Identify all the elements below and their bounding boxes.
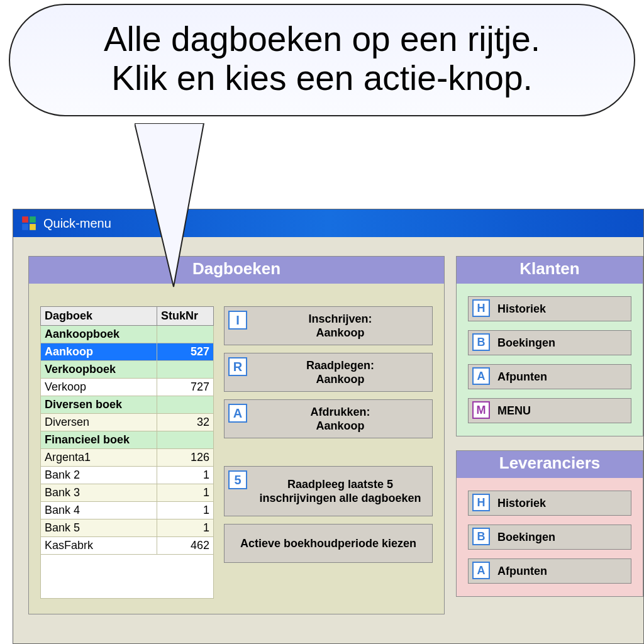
leveranciers-panel: Leveranciers H Historiek B Boekingen A A… [456,450,643,597]
table-row[interactable]: Diversen boek [41,396,214,414]
table-row[interactable]: KasFabrk462 [41,537,214,555]
dagboeken-actions: I Inschrijven: Aankoop R Raadplegen: Aan… [224,306,433,599]
klanten-boekingen-button[interactable]: B Boekingen [468,330,631,355]
table-row[interactable]: Financieel boek [41,431,214,449]
afdrukken-button[interactable]: A Afdrukken: Aankoop [224,399,433,438]
workspace: Dagboeken Dagboek StukNr Aankoopboek Aan… [13,237,643,614]
table-empty-space [40,555,214,599]
callout-bubble: Alle dagboeken op een rijtje. Klik en ki… [9,4,635,116]
key-chip: M [472,401,490,419]
klanten-historiek-button[interactable]: H Historiek [468,296,631,321]
window-title: Quick-menu [43,216,111,231]
key-chip: A [472,367,490,385]
action-label: Raadpleeg laatste 5 inschrijvingen alle … [252,477,428,506]
svg-rect-4 [30,224,36,230]
klanten-afpunten-button[interactable]: A Afpunten [468,364,631,389]
table-row[interactable]: Aankoopboek [41,326,214,343]
svg-rect-2 [30,216,36,223]
instruction-callout: Alle dagboeken op een rijtje. Klik en ki… [9,4,635,116]
spacer [224,446,433,458]
table-row[interactable]: Bank 51 [41,519,214,537]
dagboeken-panel: Dagboeken Dagboek StukNr Aankoopboek Aan… [28,256,445,614]
key-chip: B [472,333,490,351]
table-row[interactable]: Bank 41 [41,502,214,519]
klanten-menu-button[interactable]: M MENU [468,398,631,423]
dagboeken-table[interactable]: Dagboek StukNr Aankoopboek Aankoop527 Ve… [40,306,214,555]
lev-historiek-button[interactable]: H Historiek [468,491,631,516]
right-column: Klanten H Historiek B Boekingen A Afpunt… [456,256,643,614]
table-row[interactable]: Diversen32 [41,414,214,431]
leveranciers-body: H Historiek B Boekingen A Afpunten [457,478,643,596]
table-row[interactable]: Aankoop527 [41,343,214,361]
klanten-panel: Klanten H Historiek B Boekingen A Afpunt… [456,256,643,436]
laatste5-button[interactable]: 5 Raadpleeg laatste 5 inschrijvingen all… [224,466,433,516]
klanten-body: H Historiek B Boekingen A Afpunten M MEN… [457,284,643,436]
callout-line2: Klik en kies een actie-knop. [35,59,609,98]
btn-label: Historiek [497,303,546,316]
dagboeken-header: Dagboeken [29,257,444,284]
inschrijven-button[interactable]: I Inschrijven: Aankoop [224,306,433,345]
key-chip: B [472,528,490,545]
col-stuknr[interactable]: StukNr [157,307,214,326]
key-chip: H [472,299,490,317]
callout-tail-icon [135,123,223,299]
raadplegen-button[interactable]: R Raadplegen: Aankoop [224,353,433,392]
svg-rect-3 [22,224,28,230]
leveranciers-header: Leveranciers [457,451,643,478]
svg-rect-1 [22,216,28,223]
key-chip: I [228,311,247,330]
col-dagboek[interactable]: Dagboek [41,307,157,326]
action-label: Raadplegen: Aankoop [252,358,428,387]
callout-line1: Alle dagboeken op een rijtje. [35,20,609,59]
btn-label: Boekingen [497,336,555,350]
table-row[interactable]: Verkoop727 [41,379,214,396]
app-icon [21,215,37,231]
key-chip: R [228,357,247,376]
dagboeken-table-wrap: Dagboek StukNr Aankoopboek Aankoop527 Ve… [40,306,214,599]
action-label: Actieve boekhoudperiode kiezen [228,536,428,551]
action-label: Inschrijven: Aankoop [252,312,428,340]
lev-boekingen-button[interactable]: B Boekingen [468,525,631,550]
btn-label: Boekingen [497,531,555,544]
action-label: Afdrukken: Aankoop [252,405,428,433]
btn-label: Afpunten [497,565,547,578]
btn-label: Afpunten [497,370,547,384]
title-bar: Quick-menu [13,209,643,237]
key-chip: 5 [228,470,247,489]
key-chip: A [228,404,247,423]
quick-menu-window: Quick-menu Dagboeken Dagboek StukNr Aank… [13,209,644,644]
key-chip: H [472,494,490,511]
btn-label: Historiek [497,497,546,510]
table-row[interactable]: Verkoopboek [41,361,214,379]
table-row[interactable]: Argenta1126 [41,449,214,467]
periode-button[interactable]: Actieve boekhoudperiode kiezen [224,524,433,563]
lev-afpunten-button[interactable]: A Afpunten [468,558,631,584]
svg-marker-0 [135,123,204,287]
klanten-header: Klanten [457,257,643,284]
key-chip: A [472,562,490,579]
table-row[interactable]: Bank 21 [41,467,214,484]
dagboeken-body: Dagboek StukNr Aankoopboek Aankoop527 Ve… [29,284,444,614]
btn-label: MENU [497,404,531,418]
table-row[interactable]: Bank 31 [41,484,214,502]
